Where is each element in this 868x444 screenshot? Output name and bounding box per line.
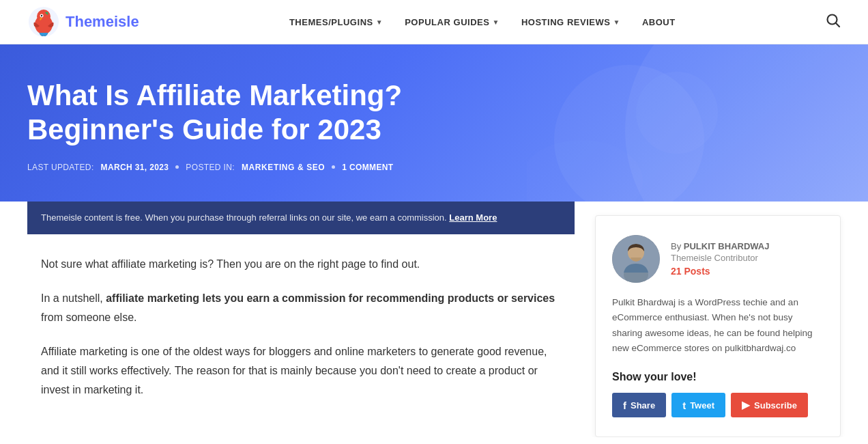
- content-area: Themeisle content is free. When you purc…: [0, 202, 868, 437]
- bold-phrase: affiliate marketing lets you earn a comm…: [106, 292, 555, 304]
- author-bio: Pulkit Bhardwaj is a WordPress techie an…: [612, 295, 824, 356]
- article-paragraph-2: In a nutshell, affiliate marketing lets …: [41, 289, 561, 327]
- nav-popular-guides[interactable]: POPULAR GUIDES ▼: [405, 17, 500, 27]
- svg-point-8: [636, 72, 718, 154]
- twitter-icon: t: [682, 400, 686, 411]
- main-column: Themeisle content is free. When you purc…: [27, 202, 595, 437]
- hero-decoration: [527, 58, 732, 202]
- logo-bird-icon: [27, 5, 60, 38]
- twitter-tweet-button[interactable]: t Tweet: [671, 393, 725, 417]
- svg-point-2: [37, 10, 50, 23]
- comment-count[interactable]: 1 COMMENT: [342, 163, 393, 172]
- facebook-icon: f: [623, 400, 626, 411]
- youtube-subscribe-label: Subscribe: [754, 400, 797, 411]
- meta-separator-2: [332, 165, 335, 169]
- svg-point-4: [41, 15, 42, 16]
- chevron-down-icon: ▼: [492, 18, 499, 26]
- learn-more-link[interactable]: Learn More: [449, 212, 497, 223]
- article-body: Not sure what affiliate marketing is? Th…: [27, 234, 575, 435]
- youtube-icon: ▶: [742, 399, 750, 411]
- hero-banner: What Is Affiliate Marketing? Beginner's …: [0, 44, 868, 202]
- author-top: By PULKIT BHARDWAJ Themeisle Contributor…: [612, 235, 824, 283]
- author-name: PULKIT BHARDWAJ: [684, 241, 770, 251]
- last-updated-date: MARCH 31, 2023: [101, 163, 169, 172]
- chevron-down-icon: ▼: [613, 18, 620, 26]
- page-title: What Is Affiliate Marketing? Beginner's …: [27, 79, 450, 148]
- avatar: [612, 235, 660, 283]
- twitter-tweet-label: Tweet: [690, 400, 714, 411]
- author-card: By PULKIT BHARDWAJ Themeisle Contributor…: [595, 215, 841, 437]
- chevron-down-icon: ▼: [376, 18, 383, 26]
- article-paragraph-3: Affiliate marketing is one of the oldest…: [41, 342, 561, 400]
- disclaimer-text: Themeisle content is free. When you purc…: [41, 212, 447, 223]
- sidebar: By PULKIT BHARDWAJ Themeisle Contributor…: [595, 202, 841, 437]
- last-updated-label: LAST UPDATED:: [27, 163, 94, 172]
- article-category[interactable]: MARKETING & SEO: [242, 163, 325, 172]
- facebook-share-button[interactable]: f Share: [612, 393, 666, 417]
- meta-separator-1: [175, 165, 179, 169]
- nav-themes-plugins[interactable]: THEMES/PLUGINS ▼: [289, 17, 383, 27]
- nav-about[interactable]: ABOUT: [642, 17, 676, 27]
- article-meta: LAST UPDATED: MARCH 31, 2023 POSTED IN: …: [27, 163, 841, 172]
- show-love-label: Show your love!: [612, 371, 824, 383]
- author-post-count[interactable]: 21 Posts: [671, 266, 769, 277]
- author-info: By PULKIT BHARDWAJ Themeisle Contributor…: [671, 241, 769, 277]
- svg-point-7: [554, 65, 704, 202]
- social-buttons: f Share t Tweet ▶ Subscribe: [612, 393, 824, 417]
- logo-text: Themeisle: [66, 13, 139, 31]
- facebook-share-label: Share: [631, 400, 655, 411]
- disclaimer-bar: Themeisle content is free. When you purc…: [27, 202, 575, 234]
- posted-in-label: POSTED IN:: [186, 163, 235, 172]
- main-nav: THEMES/PLUGINS ▼ POPULAR GUIDES ▼ HOSTIN…: [289, 17, 676, 27]
- author-by-label: By PULKIT BHARDWAJ: [671, 241, 769, 251]
- youtube-subscribe-button[interactable]: ▶ Subscribe: [731, 393, 808, 417]
- author-role: Themeisle Contributor: [671, 253, 769, 263]
- article-paragraph-1: Not sure what affiliate marketing is? Th…: [41, 255, 561, 274]
- logo[interactable]: Themeisle: [27, 5, 139, 38]
- search-button[interactable]: [826, 13, 841, 31]
- svg-line-6: [836, 23, 839, 26]
- nav-hosting-reviews[interactable]: HOSTING REVIEWS ▼: [521, 17, 620, 27]
- search-icon: [826, 13, 841, 28]
